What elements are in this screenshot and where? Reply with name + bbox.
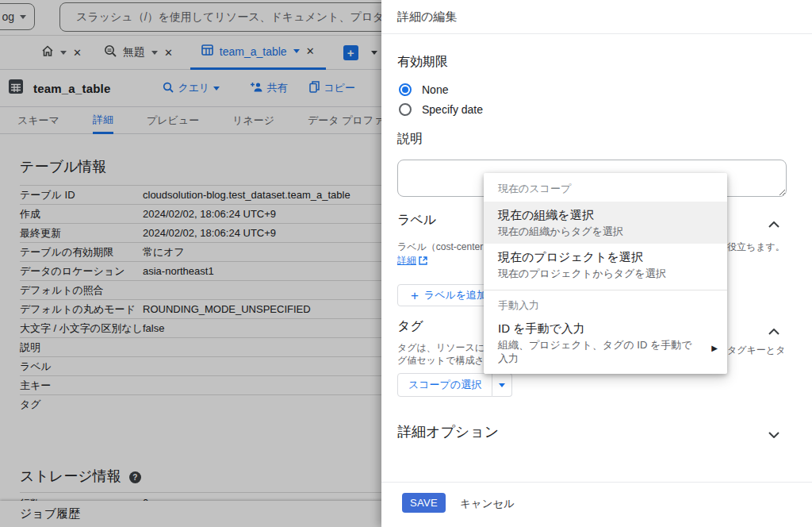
- scope-dropdown-menu: 現在のスコープ 現在の組織を選択 現在の組織からタグを選択 現在のプロジェクトを…: [484, 173, 727, 374]
- select-scope-button[interactable]: スコープの選択: [397, 373, 512, 397]
- expiration-heading: 有効期限: [397, 54, 448, 71]
- tags-help-line2: グ値セットで構成され: [397, 354, 494, 367]
- description-heading: 説明: [397, 131, 423, 148]
- labels-details-link[interactable]: 詳細: [397, 254, 427, 267]
- radio-selected-icon: [399, 83, 412, 96]
- submenu-arrow-icon: ▶: [711, 344, 718, 352]
- divider: [484, 290, 727, 290]
- menu-item-manual-id[interactable]: ID を手動で入力 組織、プロジェクト、タグの ID を手動で入力 ▶: [484, 315, 727, 371]
- chevron-down-icon[interactable]: [768, 427, 779, 441]
- panel-title: 詳細の編集: [397, 10, 457, 25]
- tags-help-line1: タグは、リソースに対: [397, 341, 494, 354]
- menu-section-manual-input: 手動入力: [484, 291, 727, 315]
- radio-none[interactable]: None: [399, 83, 448, 96]
- labels-heading: ラベル: [397, 212, 436, 229]
- advanced-options-heading: 詳細オプション: [397, 422, 499, 441]
- save-button[interactable]: SAVE: [402, 493, 446, 513]
- chevron-up-icon[interactable]: [768, 217, 779, 231]
- add-label-button-label: ラベルを追加: [424, 288, 487, 302]
- labels-help-text-continued: 役立ちます。: [727, 240, 785, 253]
- external-link-icon: [419, 256, 427, 265]
- tags-heading: タグ: [397, 318, 423, 335]
- divider: [381, 33, 812, 34]
- labels-help-text: ラベル（cost-center:s: [397, 240, 491, 253]
- radio-unselected-icon: [399, 103, 412, 116]
- cancel-button[interactable]: キャンセル: [460, 497, 515, 511]
- select-scope-dropdown-arrow[interactable]: [492, 373, 512, 397]
- tags-help-line1-continued: タグキーとタ: [727, 344, 785, 356]
- plus-icon: +: [411, 289, 419, 302]
- divider: [381, 482, 812, 483]
- radio-specify-date[interactable]: Specify date: [399, 103, 483, 116]
- radio-none-label: None: [422, 83, 448, 96]
- chevron-down-icon: [499, 383, 505, 387]
- menu-section-current-scope: 現在のスコープ: [484, 179, 727, 202]
- select-scope-button-label[interactable]: スコープの選択: [397, 373, 492, 397]
- menu-item-current-org[interactable]: 現在の組織を選択 現在の組織からタグを選択: [484, 202, 727, 244]
- chevron-up-icon[interactable]: [768, 324, 779, 338]
- radio-specify-label: Specify date: [422, 103, 483, 116]
- menu-item-current-project[interactable]: 現在のプロジェクトを選択 現在のプロジェクトからタグを選択: [484, 244, 727, 286]
